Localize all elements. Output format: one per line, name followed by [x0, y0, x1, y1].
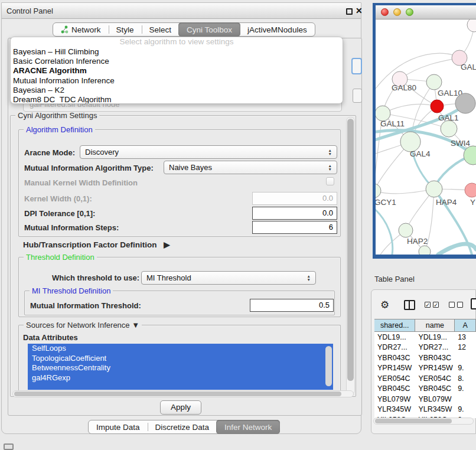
algorithm-option[interactable]: Bayesian – K2	[11, 86, 343, 95]
table-cell: YBL079W	[374, 394, 415, 405]
hidden-combo-focus-fragment	[351, 58, 362, 74]
settings-hscrollbar-thumb[interactable]	[14, 392, 341, 396]
tab-infer-network[interactable]: Infer Network	[216, 420, 280, 434]
network-node-gal10[interactable]	[426, 74, 442, 90]
algorithm-option[interactable]: Mutual Information Inference	[11, 76, 343, 86]
column-header-shared[interactable]: shared...	[374, 319, 415, 331]
expanded-arrow-icon[interactable]: ▼	[132, 321, 139, 330]
float-window-icon[interactable]	[346, 8, 353, 15]
tab-impute-data[interactable]: Impute Data	[89, 420, 148, 433]
tab-label: Discretize Data	[155, 423, 210, 432]
table-cell: 13	[455, 332, 476, 343]
dpi-tolerance-field[interactable]: 0.0	[252, 207, 337, 220]
tab-select[interactable]: Select	[142, 23, 180, 36]
network-node[interactable]	[455, 93, 475, 113]
control-panel: Control Panel ✕ NetworkStyleSelectCyni T…	[1, 2, 361, 434]
data-attributes-list: SelfLoopsTopologicalCoefficientBetweenne…	[28, 344, 333, 390]
network-node-y[interactable]	[465, 183, 476, 197]
minimize-traffic-light-icon[interactable]	[393, 8, 401, 16]
checked-checkbox-icon[interactable]: ✓	[433, 302, 439, 308]
collapsed-arrow-icon: ▶	[164, 240, 169, 249]
table-cell: YBR043C	[415, 353, 455, 363]
table-cell: YBR045C	[374, 384, 415, 394]
table-row[interactable]: YDR27...YDR27...12	[374, 343, 476, 353]
hub-definition-toggle[interactable]: Hub/Transcription Factor Definition ▶	[23, 240, 170, 249]
minimized-panel-icon[interactable]	[4, 444, 14, 450]
algorithm-option[interactable]: Basic Correlation Inference	[11, 57, 343, 66]
table-row[interactable]: YBR045CYBR045C9.	[374, 384, 476, 394]
unchecked-checkbox-icon[interactable]	[449, 302, 455, 308]
tab-cyni-toolbox[interactable]: Cyni Toolbox	[178, 22, 240, 37]
table-cell: YDR27...	[415, 343, 455, 353]
table-cell: YBR043C	[374, 353, 415, 363]
attribute-list-item[interactable]: TopologicalCoefficient	[28, 354, 333, 364]
network-canvas[interactable]: GALGAL80GAL10GAL1GAL11GAL4SWI4GCY1HAP4YH…	[376, 19, 476, 255]
mi-steps-field[interactable]: 6	[252, 221, 337, 234]
table-cell: YLR345W	[415, 405, 455, 415]
apply-button[interactable]: Apply	[160, 400, 201, 415]
mi-steps-label: Mutual Information Steps:	[24, 223, 119, 232]
network-node-gcy1[interactable]	[376, 184, 381, 198]
tab-network[interactable]: Network	[53, 23, 109, 36]
table-row[interactable]: YBL079WYBL079W	[374, 394, 476, 405]
which-threshold-combo[interactable]: MI Threshold ▲▼	[141, 271, 316, 285]
hub-definition-label: Hub/Transcription Factor Definition	[23, 240, 157, 249]
gear-icon[interactable]: ⚙	[380, 299, 389, 311]
network-node[interactable]	[467, 19, 476, 32]
columns-icon[interactable]	[404, 300, 415, 310]
table-row[interactable]: YER054CYER054C8.	[374, 373, 476, 384]
aracne-mode-combo[interactable]: Discovery ▲▼	[80, 145, 337, 159]
manual-kernel-checkbox[interactable]	[326, 177, 334, 185]
tab-label: jActiveMNodules	[247, 25, 307, 34]
node-label: Y	[470, 198, 475, 207]
algorithm-option[interactable]: Bayesian – Hill Climbing	[11, 47, 343, 57]
attribute-list-scrollbar-thumb[interactable]	[325, 346, 332, 386]
attribute-list-item[interactable]: BetweennessCentrality	[28, 363, 333, 373]
table-cell: YBR045C	[415, 384, 455, 394]
table-row[interactable]: YBR043CYBR043C	[374, 353, 476, 363]
kernel-width-field[interactable]: 0.0	[252, 192, 337, 205]
close-icon[interactable]: ✕	[356, 6, 363, 15]
mi-type-combo[interactable]: Naive Bayes ▲▼	[164, 161, 337, 174]
settings-scrollbar-thumb[interactable]	[347, 119, 354, 381]
unchecked-checkbox-icon[interactable]	[457, 302, 463, 308]
attribute-list-item[interactable]: gal4RGexp	[28, 373, 333, 383]
zoom-traffic-light-icon[interactable]	[406, 8, 413, 16]
network-node[interactable]	[431, 100, 444, 113]
table-row[interactable]: YPR145WYPR145W9.	[374, 363, 476, 374]
table-cell: 12	[455, 343, 476, 353]
manual-kernel-label: Manual Kernel Width Definition	[24, 178, 138, 187]
column-header-A[interactable]: A	[455, 319, 476, 331]
dropdown-placeholder: Select algorithm to view settings	[11, 37, 343, 47]
network-node-hap2[interactable]	[399, 223, 413, 237]
tab-label: Cyni Toolbox	[187, 25, 232, 34]
tab-discretize-data[interactable]: Discretize Data	[148, 420, 217, 433]
table-cell: YER054C	[374, 373, 415, 384]
algorithm-option[interactable]: Dream8 DC_TDC Algorithm	[11, 95, 343, 104]
table-row[interactable]: YDL19...YDL19...13	[374, 332, 476, 343]
network-node-gal1[interactable]	[441, 120, 457, 137]
node-label: HAP4	[436, 198, 457, 207]
tab-style[interactable]: Style	[109, 23, 142, 36]
algorithm-option[interactable]: ARACNE Algorithm	[11, 66, 343, 76]
table-row[interactable]: YLR345WYLR345W9.	[374, 405, 476, 415]
tab-jactivemnodules[interactable]: jActiveMNodules	[240, 23, 315, 36]
attribute-list-item[interactable]: SelfLoops	[28, 344, 333, 354]
panel-title: Control Panel	[6, 6, 53, 15]
table-hscrollbar-thumb[interactable]	[375, 419, 452, 423]
checked-checkbox-icon[interactable]: ✓	[425, 302, 431, 308]
mi-threshold-field[interactable]: 0.5	[250, 299, 334, 312]
table-cell: 9.	[455, 363, 476, 374]
mi-type-label: Mutual Information Algorithm Type:	[24, 164, 154, 172]
network-node-gal4[interactable]	[400, 132, 420, 152]
control-panel-titlebar: Control Panel ✕	[2, 3, 361, 19]
node-label: HAP2	[407, 237, 428, 246]
page-icon[interactable]	[471, 298, 476, 309]
column-header-name[interactable]: name	[415, 319, 455, 331]
table-cell: YPR145W	[415, 363, 455, 374]
table-cell: YDL19...	[374, 332, 415, 343]
close-traffic-light-icon[interactable]	[381, 8, 389, 16]
network-node-hap4[interactable]	[426, 181, 442, 197]
network-icon	[61, 25, 69, 34]
network-node[interactable]	[419, 246, 431, 255]
